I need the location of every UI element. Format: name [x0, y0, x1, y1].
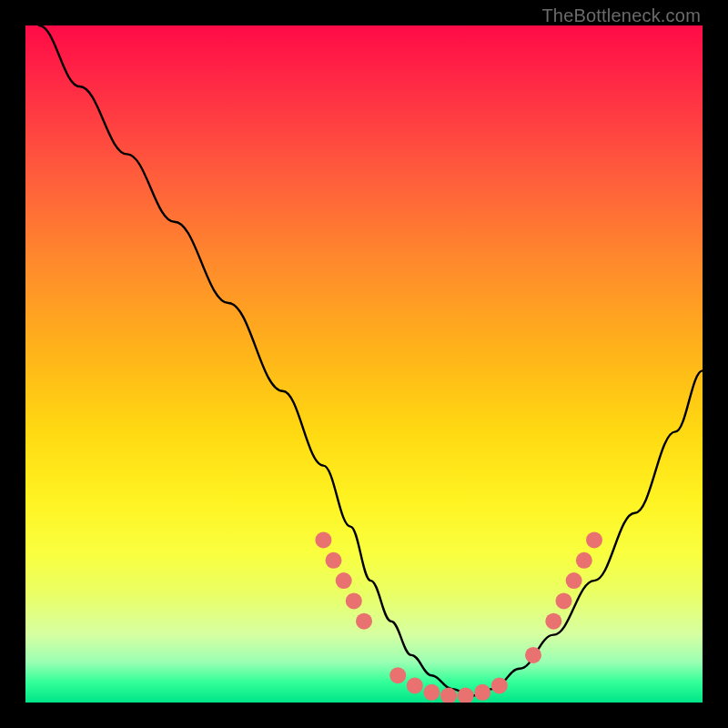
curve-dot: [407, 677, 423, 693]
curve-dot: [525, 647, 541, 663]
curve-dot: [389, 667, 406, 683]
bottleneck-curve: [39, 25, 703, 696]
curve-dot: [336, 572, 352, 589]
curve-dots-group: [315, 531, 602, 703]
curve-dot: [491, 677, 508, 693]
bottleneck-curve-svg: [25, 25, 703, 703]
curve-dot: [556, 592, 572, 609]
curve-dot: [566, 572, 582, 589]
chart-frame: TheBottleneck.com: [0, 0, 728, 728]
curve-dot: [346, 592, 362, 609]
curve-dot: [576, 552, 592, 569]
curve-dot: [326, 552, 342, 569]
curve-dot: [458, 688, 474, 703]
curve-dot: [586, 531, 602, 548]
curve-dot: [474, 684, 490, 701]
curve-dot: [315, 531, 331, 548]
curve-dot: [423, 684, 440, 701]
curve-dot: [356, 613, 372, 630]
watermark-text: TheBottleneck.com: [541, 5, 701, 26]
plot-area: [25, 25, 703, 703]
curve-dot: [545, 613, 561, 630]
